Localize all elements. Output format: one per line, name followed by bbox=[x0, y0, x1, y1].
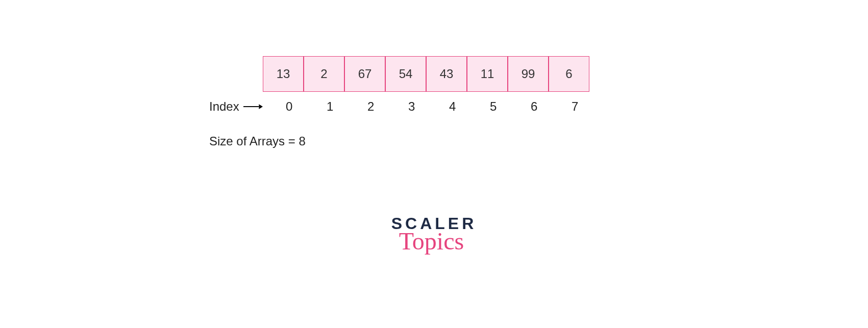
arrow-right-icon bbox=[243, 103, 263, 111]
index-value: 5 bbox=[473, 99, 514, 114]
index-value: 7 bbox=[555, 99, 596, 114]
index-row: Index 0 1 2 3 4 5 6 7 bbox=[209, 99, 596, 114]
array-cell: 43 bbox=[426, 56, 467, 92]
index-value: 0 bbox=[269, 99, 310, 114]
logo-text-topics: Topics bbox=[386, 227, 477, 255]
svg-marker-1 bbox=[259, 104, 263, 109]
index-list: 0 1 2 3 4 5 6 7 bbox=[269, 99, 596, 114]
array-size-label: Size of Arrays = 8 bbox=[209, 134, 596, 148]
array-cells-row: 13 2 67 54 43 11 99 6 bbox=[263, 56, 596, 92]
index-label: Index bbox=[209, 99, 239, 114]
array-cell: 13 bbox=[263, 56, 304, 92]
array-cell: 6 bbox=[549, 56, 589, 92]
array-diagram: 13 2 67 54 43 11 99 6 Index 0 1 2 3 4 5 … bbox=[209, 56, 596, 148]
index-value: 4 bbox=[432, 99, 473, 114]
index-value: 2 bbox=[351, 99, 391, 114]
array-cell: 11 bbox=[467, 56, 508, 92]
index-value: 1 bbox=[310, 99, 351, 114]
scaler-topics-logo: SCALER Topics bbox=[391, 214, 477, 255]
array-cell: 2 bbox=[304, 56, 344, 92]
index-value: 6 bbox=[514, 99, 555, 114]
array-cell: 99 bbox=[508, 56, 549, 92]
index-value: 3 bbox=[391, 99, 432, 114]
array-cell: 67 bbox=[344, 56, 385, 92]
array-cell: 54 bbox=[385, 56, 426, 92]
